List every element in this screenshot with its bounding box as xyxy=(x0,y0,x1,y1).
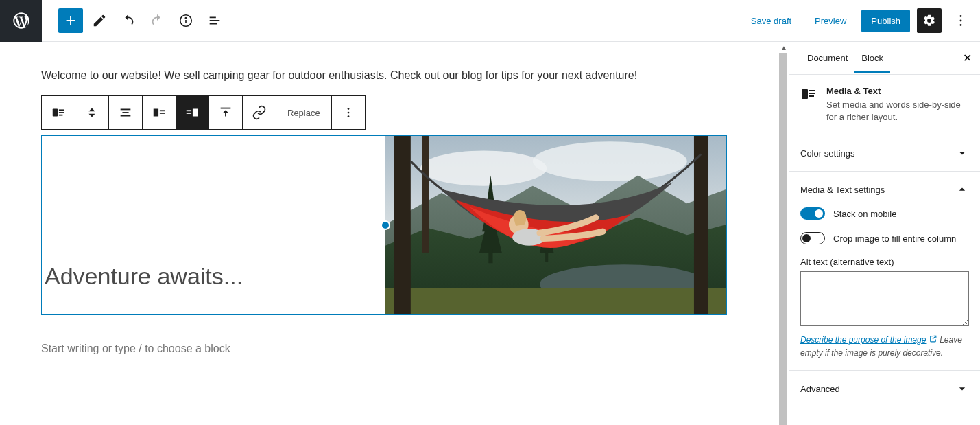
alt-help-link[interactable]: Describe the purpose of the image xyxy=(800,335,926,345)
more-menu-button[interactable] xyxy=(948,8,973,33)
svg-point-20 xyxy=(347,108,349,110)
block-info-card: Media & Text Set media and words side-by… xyxy=(789,75,980,135)
svg-rect-14 xyxy=(160,110,165,111)
list-icon xyxy=(207,13,222,28)
svg-point-4 xyxy=(960,20,962,22)
svg-rect-8 xyxy=(59,112,64,113)
workspace: Welcome to our website! We sell camping … xyxy=(0,42,980,425)
block-headline[interactable]: Adventure awaits... xyxy=(45,263,243,290)
block-type-button[interactable] xyxy=(42,96,75,129)
svg-rect-12 xyxy=(121,115,131,117)
scroll-thumb[interactable] xyxy=(779,53,787,425)
svg-point-21 xyxy=(347,112,349,114)
block-info-title: Media & Text xyxy=(826,86,969,96)
alt-text-input[interactable] xyxy=(800,271,969,326)
preview-button[interactable]: Preview xyxy=(806,10,854,32)
svg-rect-17 xyxy=(187,113,191,114)
redo-button[interactable] xyxy=(145,8,169,33)
panel-advanced-toggle[interactable]: Advanced xyxy=(789,371,980,406)
svg-rect-28 xyxy=(488,249,492,263)
vertical-align-button[interactable] xyxy=(209,96,242,129)
chevron-down-icon xyxy=(955,146,969,160)
media-right-icon xyxy=(184,105,200,120)
scrollbar[interactable]: ▲ xyxy=(779,42,789,425)
svg-rect-29 xyxy=(545,251,548,262)
move-icon xyxy=(84,105,99,120)
left-tool-group xyxy=(42,8,231,33)
media-text-content[interactable]: Adventure awaits... xyxy=(42,136,385,314)
chevron-up-icon xyxy=(955,183,969,196)
save-draft-button[interactable]: Save draft xyxy=(743,10,800,32)
stack-on-mobile-toggle[interactable] xyxy=(800,207,825,220)
panel-advanced: Advanced xyxy=(789,370,980,406)
svg-rect-11 xyxy=(122,112,128,113)
info-button[interactable] xyxy=(174,8,198,33)
svg-rect-13 xyxy=(154,109,158,117)
svg-rect-27 xyxy=(385,288,726,314)
svg-point-22 xyxy=(347,115,349,117)
panel-color-settings: Color settings xyxy=(789,135,980,171)
media-left-button[interactable] xyxy=(143,96,176,129)
panel-media-text-settings: Media & Text settings Stack on mobile Cr… xyxy=(789,171,980,370)
info-icon xyxy=(178,13,193,28)
panel-color-toggle[interactable]: Color settings xyxy=(789,135,980,171)
block-more-button[interactable] xyxy=(332,96,365,129)
svg-rect-35 xyxy=(802,89,808,99)
edit-mode-button[interactable] xyxy=(87,8,112,33)
svg-point-3 xyxy=(960,15,962,17)
svg-point-2 xyxy=(185,18,186,19)
svg-rect-9 xyxy=(59,115,63,116)
move-button[interactable] xyxy=(75,96,108,129)
align-button[interactable] xyxy=(109,96,142,129)
svg-rect-30 xyxy=(394,136,411,314)
block-info-desc: Set media and words side-by-side for a r… xyxy=(826,99,969,124)
svg-rect-7 xyxy=(59,109,64,111)
redo-icon xyxy=(150,13,165,28)
crop-fill-row: Crop image to fill entire column xyxy=(800,232,969,244)
media-right-button[interactable] xyxy=(176,96,208,129)
close-sidebar-button[interactable]: ✕ xyxy=(957,46,977,70)
outline-button[interactable] xyxy=(202,8,227,33)
svg-rect-32 xyxy=(422,136,429,253)
gear-icon xyxy=(922,14,936,27)
media-text-icon xyxy=(800,86,817,102)
add-block-button[interactable] xyxy=(58,8,83,33)
intro-paragraph[interactable]: Welcome to our website! We sell camping … xyxy=(41,69,727,82)
block-toolbar: Replace xyxy=(41,95,366,130)
vertical-align-icon xyxy=(218,105,233,120)
panel-media-text-toggle[interactable]: Media & Text settings xyxy=(789,172,980,207)
block-appender[interactable]: Start writing or type / to choose a bloc… xyxy=(41,343,727,355)
svg-rect-6 xyxy=(53,109,58,117)
kebab-icon xyxy=(953,13,968,28)
svg-rect-16 xyxy=(187,110,191,111)
settings-sidebar: Document Block ✕ Media & Text Set media … xyxy=(789,42,980,425)
tab-document[interactable]: Document xyxy=(800,43,854,73)
svg-rect-10 xyxy=(121,109,131,111)
media-left-icon xyxy=(152,105,167,120)
svg-point-5 xyxy=(960,24,962,26)
tab-block[interactable]: Block xyxy=(854,43,890,73)
undo-button[interactable] xyxy=(116,8,141,33)
media-text-icon xyxy=(51,105,66,120)
svg-rect-38 xyxy=(809,95,814,97)
wordpress-logo[interactable] xyxy=(0,0,42,42)
settings-button[interactable] xyxy=(917,8,942,33)
replace-button[interactable]: Replace xyxy=(276,96,331,129)
svg-rect-37 xyxy=(809,93,815,94)
align-center-icon xyxy=(118,105,133,120)
top-toolbar: Save draft Preview Publish xyxy=(0,0,980,42)
publish-button[interactable]: Publish xyxy=(861,10,910,32)
editor-canvas[interactable]: Welcome to our website! We sell camping … xyxy=(0,42,789,425)
media-text-block[interactable]: Adventure awaits... xyxy=(41,135,727,315)
svg-rect-19 xyxy=(221,108,231,109)
chevron-down-icon xyxy=(955,382,969,395)
svg-point-24 xyxy=(420,151,547,186)
crop-fill-toggle[interactable] xyxy=(800,232,825,244)
kebab-icon xyxy=(341,105,356,120)
scroll-up-arrow[interactable]: ▲ xyxy=(780,44,787,51)
resize-handle[interactable] xyxy=(381,220,390,230)
stack-on-mobile-row: Stack on mobile xyxy=(800,207,969,220)
link-button[interactable] xyxy=(243,96,276,129)
svg-point-25 xyxy=(533,141,687,181)
media-text-media[interactable] xyxy=(385,136,726,314)
